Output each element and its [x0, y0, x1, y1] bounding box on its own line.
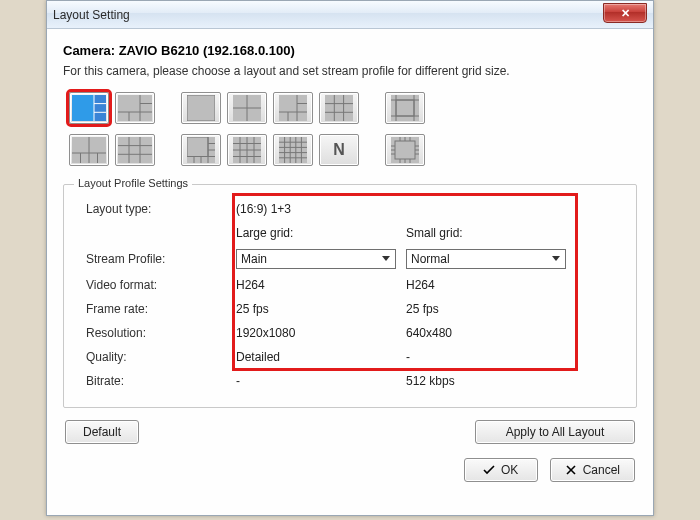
row-stream-profile: Stream Profile: Main Normal — [76, 245, 624, 273]
layout-icon-border[interactable] — [385, 92, 425, 124]
svg-rect-1 — [72, 95, 94, 121]
apply-all-button[interactable]: Apply to All Layout — [475, 420, 635, 444]
ok-button[interactable]: OK — [464, 458, 538, 482]
value-large-quality: Detailed — [236, 350, 406, 364]
label-layout-type: Layout type: — [76, 202, 236, 216]
check-icon — [483, 464, 495, 476]
value-large-resolution: 1920x1080 — [236, 326, 406, 340]
svg-rect-42 — [187, 137, 208, 157]
chevron-down-icon — [549, 252, 563, 266]
row-frame-rate: Frame rate: 25 fps 25 fps — [76, 297, 624, 321]
layout-group-16x9-top — [69, 92, 155, 124]
instruction-text: For this camera, please choose a layout … — [63, 64, 637, 78]
row-grid-headers: Large grid: Small grid: — [76, 221, 624, 245]
row-video-format: Video format: H264 H264 — [76, 273, 624, 297]
camera-label: Camera: — [63, 43, 115, 58]
layout-group-mid-bottom: N — [181, 134, 359, 166]
label-frame-rate: Frame rate: — [76, 302, 236, 316]
window-title: Layout Setting — [53, 8, 130, 22]
svg-rect-56 — [279, 137, 307, 163]
profile-settings-fieldset: Layout Profile Settings Layout type: (16… — [63, 184, 637, 408]
default-button-label: Default — [83, 425, 121, 439]
value-layout-type: (16:9) 1+3 — [236, 202, 406, 216]
cancel-button-label: Cancel — [583, 463, 620, 477]
default-button[interactable]: Default — [65, 420, 139, 444]
layout-icon-1plus12[interactable] — [181, 134, 221, 166]
row-bitrate: Bitrate: - 512 kbps — [76, 369, 624, 393]
select-small-value: Normal — [411, 252, 450, 266]
dialog-window: Layout Setting ✕ Camera: ZAVIO B6210 (19… — [46, 0, 654, 516]
close-icon: ✕ — [621, 8, 630, 19]
value-small-bitrate: 512 kbps — [406, 374, 576, 388]
value-large-video-format: H264 — [236, 278, 406, 292]
label-video-format: Video format: — [76, 278, 236, 292]
layout-group-16x9-bottom — [69, 134, 155, 166]
layout-icon-16x9-d[interactable] — [115, 134, 155, 166]
header-large-grid: Large grid: — [236, 226, 406, 240]
svg-marker-79 — [382, 256, 390, 261]
button-row-bottom: OK Cancel — [63, 458, 637, 482]
row-resolution: Resolution: 1920x1080 640x480 — [76, 321, 624, 345]
camera-value: ZAVIO B6210 (192.168.0.100) — [119, 43, 295, 58]
svg-rect-14 — [279, 95, 307, 121]
svg-rect-10 — [187, 95, 215, 121]
window-close-button[interactable]: ✕ — [603, 3, 647, 23]
client-area: Camera: ZAVIO B6210 (192.168.0.100) For … — [47, 29, 653, 494]
layout-icon-2x2[interactable] — [227, 92, 267, 124]
layout-row-1 — [69, 92, 631, 124]
layout-row-2: N — [69, 134, 631, 166]
select-large-profile[interactable]: Main — [236, 249, 396, 269]
value-small-frame-rate: 25 fps — [406, 302, 576, 316]
svg-rect-66 — [395, 141, 415, 159]
layout-group-right-bottom — [385, 134, 425, 166]
layout-icon-n[interactable]: N — [319, 134, 359, 166]
layout-icon-16x9-c[interactable] — [69, 134, 109, 166]
svg-rect-5 — [118, 95, 152, 121]
svg-marker-80 — [552, 256, 560, 261]
cancel-button[interactable]: Cancel — [550, 458, 635, 482]
layout-n-letter: N — [333, 141, 345, 159]
ok-button-label: OK — [501, 463, 518, 477]
layout-icon-5x5[interactable] — [273, 134, 313, 166]
layout-icon-1x1[interactable] — [181, 92, 221, 124]
value-large-bitrate: - — [236, 374, 406, 388]
value-large-frame-rate: 25 fps — [236, 302, 406, 316]
x-icon — [565, 464, 577, 476]
value-small-video-format: H264 — [406, 278, 576, 292]
label-stream-profile: Stream Profile: — [76, 252, 236, 266]
row-layout-type: Layout type: (16:9) 1+3 — [76, 197, 624, 221]
layout-icon-1plus5[interactable] — [273, 92, 313, 124]
label-quality: Quality: — [76, 350, 236, 364]
titlebar: Layout Setting ✕ — [47, 1, 653, 29]
layout-icon-dashed-border[interactable] — [385, 134, 425, 166]
chevron-down-icon — [379, 252, 393, 266]
layout-grid: N — [69, 92, 631, 166]
apply-all-button-label: Apply to All Layout — [506, 425, 605, 439]
layout-icon-16x9-1plus3[interactable] — [69, 92, 109, 124]
select-small-profile[interactable]: Normal — [406, 249, 566, 269]
fieldset-legend: Layout Profile Settings — [74, 177, 192, 189]
layout-icon-16x9-b[interactable] — [115, 92, 155, 124]
value-small-resolution: 640x480 — [406, 326, 576, 340]
label-bitrate: Bitrate: — [76, 374, 236, 388]
svg-rect-19 — [325, 95, 353, 121]
button-row-top: Default Apply to All Layout — [63, 420, 637, 444]
svg-rect-25 — [396, 100, 414, 116]
select-large-value: Main — [241, 252, 267, 266]
layout-icon-4x4[interactable] — [227, 134, 267, 166]
profile-grid: Layout type: (16:9) 1+3 Large grid: Smal… — [76, 197, 624, 393]
svg-rect-36 — [118, 137, 152, 163]
row-quality: Quality: Detailed - — [76, 345, 624, 369]
camera-heading: Camera: ZAVIO B6210 (192.168.0.100) — [63, 43, 637, 58]
value-small-quality: - — [406, 350, 576, 364]
label-resolution: Resolution: — [76, 326, 236, 340]
layout-icon-3x3[interactable] — [319, 92, 359, 124]
header-small-grid: Small grid: — [406, 226, 576, 240]
layout-group-mid-top — [181, 92, 359, 124]
layout-group-right-top — [385, 92, 425, 124]
